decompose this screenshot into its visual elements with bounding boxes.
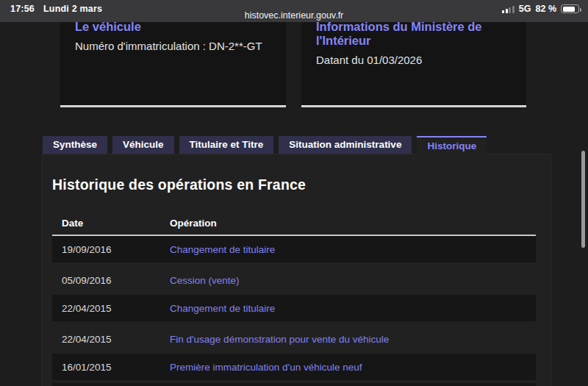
card-vehicule: Le véhicule Numéro d'immatriculation : D… — [60, 22, 286, 107]
tab-historique[interactable]: Historique — [417, 136, 487, 155]
operation-link[interactable]: Première immatriculation d'un véhicule n… — [170, 362, 362, 373]
column-header-date: Date — [52, 218, 170, 229]
operation-link[interactable]: Fin d'usage démonstration pour vente du … — [170, 334, 389, 345]
panel-heading: Historique des opérations en France — [52, 176, 551, 193]
row-date: 22/04/2015 — [52, 303, 170, 314]
battery-percent: 82 % — [536, 4, 557, 14]
status-bar: 17:56 Lundi 2 mars histovec.interieur.go… — [0, 0, 588, 22]
row-date: 16/01/2015 — [52, 362, 170, 373]
operation-link[interactable]: Changement de titulaire — [170, 303, 275, 314]
operations-table: Date Opération 19/09/2016 Changement de … — [52, 212, 536, 386]
row-date: 19/09/2016 — [52, 244, 170, 255]
table-row: 22/04/2015 Changement de titulaire — [52, 295, 536, 324]
network-type: 5G — [519, 4, 531, 14]
row-date: 22/04/2015 — [52, 334, 170, 345]
historique-panel: Historique des opérations en France Date… — [42, 154, 551, 386]
card-ministere-title[interactable]: Informations du Ministère de l'Intérieur — [316, 22, 512, 48]
card-ministere-body: Datant du 01/03/2026 — [316, 54, 512, 65]
cellular-signal-icon — [502, 5, 514, 13]
screen: 17:56 Lundi 2 mars histovec.interieur.go… — [0, 0, 588, 386]
operation-link[interactable]: Changement de titulaire — [170, 244, 275, 255]
table-row: 16/01/2015 Première immatriculation d'un… — [52, 354, 536, 383]
table-row: 22/04/2015 Fin d'usage démonstration pou… — [52, 324, 536, 354]
address-bar[interactable]: histovec.interieur.gouv.fr — [0, 10, 588, 21]
card-ministere: Informations du Ministère de l'Intérieur… — [301, 22, 526, 107]
tab-bar: Synthèse Véhicule Titulaire et Titre Sit… — [43, 136, 487, 154]
table-row: 05/09/2016 Cession (vente) — [52, 265, 536, 295]
table-header-row: Date Opération — [52, 212, 536, 236]
operation-link[interactable]: Cession (vente) — [170, 275, 240, 286]
tab-titulaire-et-titre[interactable]: Titulaire et Titre — [179, 136, 274, 154]
column-header-operation: Opération — [170, 218, 536, 229]
vertical-scrollbar[interactable] — [581, 151, 585, 248]
tab-vehicule[interactable]: Véhicule — [112, 136, 174, 154]
partially-visible-next-row — [52, 383, 536, 386]
table-row: 19/09/2016 Changement de titulaire — [52, 236, 536, 265]
tab-synthese[interactable]: Synthèse — [43, 136, 107, 154]
tab-situation-administrative[interactable]: Situation administrative — [279, 136, 412, 154]
status-right: 5G 82 % — [502, 4, 579, 14]
card-vehicule-body: Numéro d'immatriculation : DN-2**-GT — [75, 40, 271, 51]
battery-icon — [561, 4, 579, 13]
card-vehicule-title[interactable]: Le véhicule — [75, 22, 271, 34]
row-date: 05/09/2016 — [52, 275, 170, 286]
